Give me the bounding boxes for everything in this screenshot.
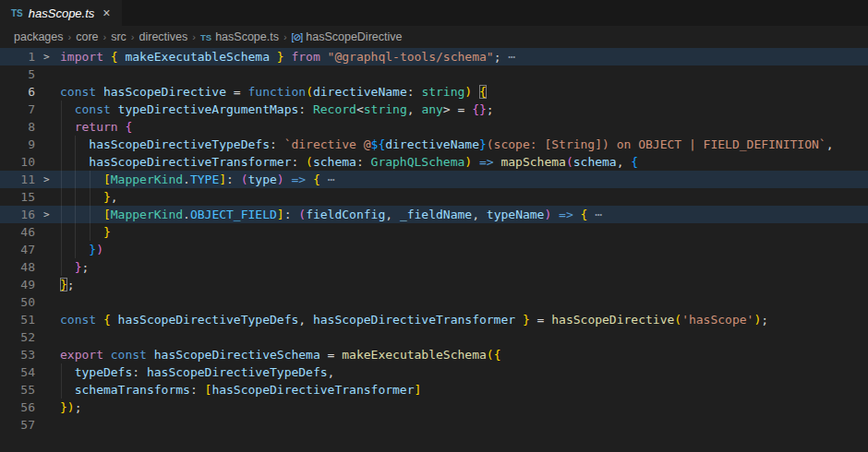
code-line[interactable]: 7 const typeDirectiveArgumentMaps: Recor… (0, 101, 868, 118)
chevron-right-icon: › (192, 31, 196, 42)
code-token: ] (277, 208, 284, 221)
code-token: ; (487, 102, 494, 116)
code-line[interactable]: 46 } (0, 223, 868, 241)
code-line[interactable]: 56 }); (0, 398, 868, 416)
code-token: ( (241, 172, 248, 186)
code-token: ] (415, 383, 422, 397)
line-number: 55 (0, 381, 35, 398)
code-line[interactable]: 53 export const hasScopeDirectiveSchema … (0, 346, 868, 363)
line-number: 11 (0, 171, 35, 188)
code-token: typeDirectiveArgumentMaps (111, 102, 299, 116)
code-line[interactable]: 54 typeDefs: hasScopeDirectiveTypeDefs, (0, 363, 868, 381)
fold-chevron-icon[interactable]: > (35, 206, 60, 223)
line-number: 9 (0, 136, 35, 153)
code-line[interactable]: 5 (0, 65, 868, 83)
tab-bar: TS hasScope.ts × (0, 0, 868, 26)
code-line[interactable]: 52 (0, 328, 868, 346)
code-token: ) (67, 400, 75, 414)
gutter-spacer (35, 363, 60, 381)
symbol-variable-icon: [⊘] (292, 31, 303, 42)
code-token: type (248, 172, 277, 186)
code-line[interactable]: 11> [MapperKind.TYPE]: (type) => { ⋯ (0, 171, 868, 188)
code-line[interactable]: 50 (0, 293, 868, 311)
code-token (60, 120, 75, 134)
code-token (60, 208, 103, 221)
code-token (551, 208, 559, 221)
tab-hasscope[interactable]: TS hasScope.ts × (0, 0, 122, 26)
code-token: , (385, 208, 400, 221)
code-line[interactable]: 8 return { (0, 118, 868, 136)
code-token: } (103, 190, 111, 204)
indent-guide (90, 171, 90, 188)
code-token: [ (103, 172, 111, 186)
code-token: directiveName (313, 85, 407, 99)
code-token: ; (761, 313, 768, 327)
code-line[interactable]: 55 schemaTransforms: [hasScopeDirectiveT… (0, 381, 868, 398)
code-token: ; (67, 278, 75, 291)
code-token (284, 172, 292, 186)
line-number: 52 (0, 328, 35, 346)
code-editor[interactable]: 1>import { makeExecutableSchema } from "… (0, 48, 868, 434)
gutter-spacer (35, 416, 60, 434)
code-text: } (60, 223, 868, 241)
code-token: } (89, 243, 96, 256)
line-number: 1 (0, 48, 35, 65)
breadcrumb-item-packages[interactable]: packages (14, 30, 64, 43)
breadcrumb-item-hasscopedirective[interactable]: [⊘]hasScopeDirective (292, 30, 403, 43)
code-line[interactable]: 6 const hasScopeDirective = function(dir… (0, 83, 868, 101)
breadcrumb-item-core[interactable]: core (76, 30, 98, 43)
breadcrumb-item-src[interactable]: src (111, 30, 127, 43)
code-line[interactable]: 49 }; (0, 276, 868, 293)
chevron-right-icon: › (283, 31, 287, 42)
code-token (103, 50, 111, 64)
code-line[interactable]: 15 }, (0, 188, 868, 206)
code-token: => (292, 172, 307, 186)
code-token: TYPE (190, 172, 219, 186)
line-number: 16 (0, 206, 35, 223)
code-token: } (479, 137, 487, 151)
gutter-spacer (35, 258, 60, 276)
gutter-spacer (35, 136, 60, 153)
code-token: GraphQLSchema (371, 155, 465, 169)
code-token: , (826, 137, 834, 151)
breadcrumb-label: core (76, 30, 98, 43)
fold-chevron-icon[interactable]: > (35, 171, 60, 188)
code-token: ( (306, 85, 313, 99)
fold-chevron-icon[interactable]: > (35, 48, 60, 65)
code-token (60, 102, 75, 116)
code-text: return { (60, 118, 868, 136)
code-line[interactable]: 47 }) (0, 241, 868, 258)
code-line[interactable]: 9 hasScopeDirectiveTypeDefs: `directive … (0, 136, 868, 153)
code-line[interactable]: 1>import { makeExecutableSchema } from "… (0, 48, 868, 65)
code-line[interactable]: 16> [MapperKind.OBJECT_FIELD]: (fieldCon… (0, 206, 868, 223)
line-number: 47 (0, 241, 35, 258)
line-number: 46 (0, 223, 35, 241)
code-token: , (298, 313, 313, 327)
line-number: 48 (0, 258, 35, 276)
code-token: : (226, 172, 241, 186)
code-line[interactable]: 51 const { hasScopeDirectiveTypeDefs, ha… (0, 311, 868, 328)
code-token: > = (443, 102, 472, 116)
code-line[interactable]: 10 hasScopeDirectiveTransformer: (schema… (0, 153, 868, 171)
breadcrumb-label: src (111, 30, 127, 43)
code-line[interactable]: 48 }; (0, 258, 868, 276)
code-text: }; (60, 258, 868, 276)
code-token (60, 190, 103, 204)
indent-guide (90, 206, 90, 223)
code-line[interactable]: 57 (0, 416, 868, 434)
code-token: } (103, 225, 111, 239)
code-token: ; (81, 260, 89, 274)
close-tab-icon[interactable]: × (102, 6, 110, 19)
indent-guide (61, 171, 62, 188)
breadcrumb-item-hasscope-ts[interactable]: TShasScope.ts (200, 30, 279, 43)
code-text: }) (60, 241, 868, 258)
breadcrumb-item-directives[interactable]: directives (139, 30, 188, 43)
gutter-spacer (35, 241, 60, 258)
code-token: hasScopeDirectiveTypeDefs (147, 365, 328, 379)
vscode-window: TS hasScope.ts × packages›core›src›direc… (0, 0, 868, 452)
line-number: 57 (0, 416, 35, 434)
code-token: MapperKind (111, 172, 183, 186)
gutter-spacer (35, 188, 60, 206)
typescript-file-icon: TS (11, 8, 23, 18)
indent-guide (61, 188, 62, 206)
